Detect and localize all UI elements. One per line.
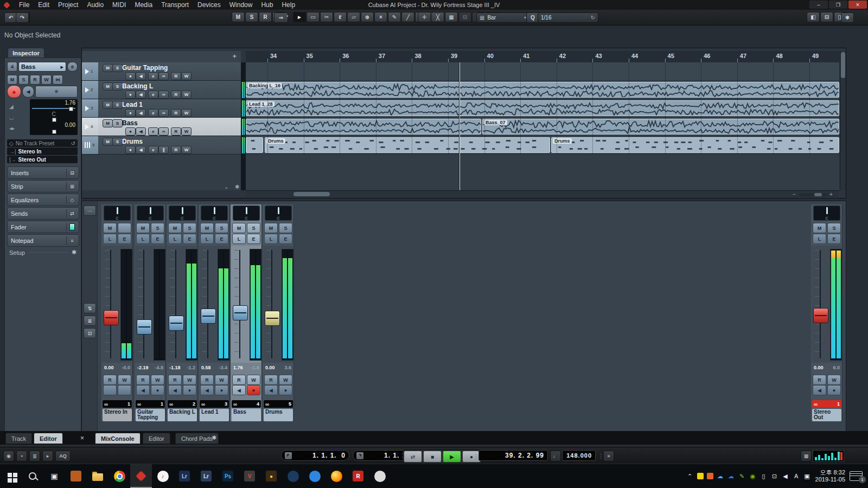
direct-routing-button[interactable]: ⊡ — [84, 328, 96, 338]
strip-solo-button[interactable]: S — [279, 223, 292, 233]
strip-record-button[interactable]: ● — [215, 385, 228, 395]
tab-track[interactable]: Track — [5, 433, 32, 444]
clip-drums-0[interactable] — [246, 137, 263, 153]
track-read-button[interactable]: R — [171, 109, 181, 117]
network-icon[interactable]: ⊡ — [771, 473, 778, 480]
autoscroll-dropdown[interactable]: ▾ — [286, 14, 291, 18]
track-m-button[interactable]: M — [103, 119, 113, 127]
horizontal-scrollbar[interactable] — [246, 190, 839, 197]
inspector-m-button[interactable]: M — [7, 75, 17, 85]
quantize-preset-select[interactable]: 1/16 ↻ — [538, 12, 598, 23]
edit-mode-button[interactable]: ✛ — [418, 12, 431, 22]
zoom-out-button[interactable]: − — [793, 191, 796, 197]
track-row-guitar-tapping[interactable]: 1MSGuitar Tapping●◀e∞RW — [82, 62, 241, 81]
track-monitor-button[interactable]: ◀ — [136, 91, 146, 99]
taskbar-app-app-light[interactable] — [369, 464, 391, 488]
battery-icon[interactable]: ▯ — [760, 473, 768, 480]
meter-bridge-button[interactable]: ⇅ — [84, 303, 96, 313]
fader-handle[interactable] — [137, 319, 152, 335]
global-s-button[interactable]: S — [245, 12, 258, 22]
hscroll-thumb[interactable] — [293, 192, 330, 196]
strip-mute-button[interactable]: M — [103, 223, 117, 233]
tool-range-selection[interactable]: ▭ — [307, 12, 320, 22]
minimize-button[interactable]: – — [809, 1, 828, 9]
gear-icon[interactable]: ✱ — [72, 249, 76, 256]
channel-name[interactable]: Stereo Out — [812, 409, 841, 421]
taskbar-clock[interactable]: 오후 8:32 2019-11-05 — [815, 469, 845, 483]
strip-mute-button[interactable]: M — [200, 223, 214, 233]
channel-name[interactable]: Guitar Tapping — [136, 409, 165, 421]
strip-edit-button[interactable]: E — [827, 234, 841, 244]
strip-read-button[interactable]: R — [103, 375, 117, 385]
maximize-button[interactable]: ❐ — [829, 1, 847, 9]
tab-mixconsole[interactable]: MixConsole — [95, 433, 141, 444]
inspector-record-button[interactable]: ● — [7, 85, 21, 98]
taskbar-app-photoshop[interactable]: Ps — [217, 464, 239, 488]
track-monitor-button[interactable]: ◀ — [136, 127, 146, 136]
tool-line[interactable]: ╱ — [401, 12, 414, 22]
strip-edit-button[interactable]: E — [183, 234, 196, 244]
peak-value[interactable]: -1.6 — [251, 365, 259, 370]
left-zone-button[interactable]: ◧ — [807, 12, 820, 22]
strip-monitor-button[interactable]: ◀ — [168, 385, 182, 395]
close-tab-button[interactable]: × — [80, 434, 84, 442]
menu-project[interactable]: Project — [54, 0, 82, 10]
cycle-button[interactable]: ⇄ — [404, 451, 422, 463]
track-row-bass[interactable]: 4MSBass●◀e∞RW — [82, 118, 241, 136]
strip-monitor-button[interactable]: ◀ — [264, 385, 278, 395]
taskbar-app-lightroom[interactable]: Lr — [174, 464, 195, 488]
fader-handle[interactable] — [233, 305, 248, 320]
fader-handle[interactable] — [201, 309, 216, 324]
menu-audio[interactable]: Audio — [82, 0, 108, 10]
track-m-button[interactable]: M — [103, 82, 113, 91]
strip-write-button[interactable]: W — [183, 375, 196, 385]
delay-slider-handle[interactable] — [52, 130, 56, 134]
mixer-strip-guitar-tapping[interactable]: CMSLE-2.19-4.8RW◀●∞1Guitar Tapping — [135, 204, 166, 421]
pan-slider-handle[interactable] — [52, 118, 56, 122]
strip-solo-button[interactable]: S — [827, 223, 841, 233]
inspector-track-name[interactable]: Bass ▸ — [18, 62, 66, 72]
inspector-freeze-button[interactable]: ❄ — [35, 86, 78, 98]
track-preset-row[interactable]: ◇ No Track Preset ↺ — [7, 139, 78, 147]
tool-object-selection[interactable]: ► — [293, 12, 306, 22]
menu-file[interactable]: File — [15, 0, 34, 10]
track-s-button[interactable]: S — [112, 82, 123, 91]
strip-record-button[interactable]: ● — [151, 385, 164, 395]
track-m-button[interactable]: M — [103, 64, 113, 72]
section-sends[interactable]: Sends⇄ — [7, 207, 79, 220]
tempo-track-button[interactable]: ♩ — [550, 451, 561, 461]
taskbar-app-cubase[interactable] — [130, 464, 152, 488]
zoom-slider-thumb[interactable] — [814, 193, 822, 196]
pan-control[interactable]: C — [169, 206, 196, 221]
strip-edit-button[interactable]: E — [247, 234, 260, 244]
volume-slider-handle[interactable] — [69, 107, 73, 111]
inspector-w-button[interactable]: W — [41, 75, 52, 85]
add-track-button[interactable]: + — [232, 52, 237, 60]
taskbar-app-start[interactable] — [0, 464, 22, 488]
track-record-button[interactable]: ● — [125, 91, 136, 99]
tool-mute[interactable]: × — [374, 12, 387, 22]
left-locator-field[interactable]: ◤ 1. 1. 1. 0 — [281, 450, 349, 461]
track-link-button[interactable]: ∞ — [158, 72, 169, 80]
strip-write-button[interactable]: W — [151, 375, 164, 385]
strip-monitor-button[interactable] — [103, 385, 117, 395]
play-button[interactable]: ▶ — [443, 451, 461, 463]
peak-value[interactable]: 3.6 — [284, 365, 291, 370]
track-edit-button[interactable]: e — [148, 127, 158, 136]
snap-onoff-button[interactable]: ╳ — [431, 12, 444, 22]
track-edit-button[interactable]: e — [148, 72, 158, 80]
track-m-button[interactable]: M — [103, 101, 113, 109]
strip-edit-button[interactable]: E — [151, 234, 164, 244]
taskbar-app-task-view[interactable]: ▣ — [43, 464, 65, 488]
strip-record-button[interactable]: ● — [827, 385, 841, 395]
strip-read-button[interactable]: R — [232, 375, 246, 385]
fader-handle[interactable] — [104, 310, 119, 325]
ime-kr-icon[interactable]: ▣ — [803, 473, 811, 480]
track-monitor-button[interactable]: ◀ — [136, 146, 146, 154]
menu-devices[interactable]: Devices — [193, 0, 225, 10]
tab-editor[interactable]: Editor — [34, 433, 63, 444]
keyboard-button[interactable]: ▦ — [801, 451, 812, 461]
track-read-button[interactable]: R — [171, 91, 181, 99]
mixconsole-more-button[interactable]: ··· — [84, 206, 96, 216]
mixer-strip-drums[interactable]: CMSLE0.003.6RW◀●∞5Drums — [263, 204, 294, 421]
